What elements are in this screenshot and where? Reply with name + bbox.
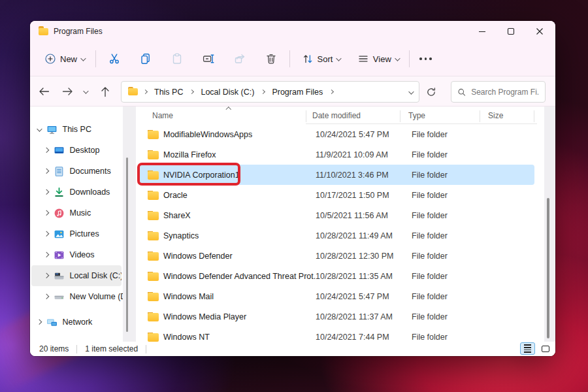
large-icons-view-button[interactable] <box>538 342 553 355</box>
sidebar-item-label: Local Disk (C:) <box>70 271 122 280</box>
column-header-size[interactable]: Size <box>488 111 503 120</box>
view-button[interactable]: View <box>352 47 404 71</box>
column-separator[interactable] <box>400 110 400 122</box>
search-box[interactable]: Search Program Fi... <box>451 81 546 103</box>
breadcrumb-local-disk-c[interactable]: Local Disk (C:) <box>199 86 255 98</box>
close-button[interactable] <box>525 21 554 42</box>
up-arrow-icon <box>101 86 110 97</box>
file-row[interactable]: Windows Defender 10/28/2021 12:30 PM Fil… <box>139 246 534 266</box>
chevron-down-icon <box>84 88 89 93</box>
sidebar-item-network[interactable]: Network <box>30 312 123 333</box>
sidebar-item-documents[interactable]: Documents <box>30 161 123 182</box>
file-row-selected[interactable]: NVIDIA Corporation1 11/10/2021 3:46 PM F… <box>139 165 534 185</box>
file-type: File folder <box>412 211 491 220</box>
column-headers: Name Date modified Type Size <box>136 106 555 124</box>
recent-locations-button[interactable] <box>79 82 92 101</box>
music-icon <box>54 208 65 219</box>
file-name: ModifiableWindowsApps <box>163 130 252 139</box>
back-button[interactable] <box>34 82 54 101</box>
file-list-scrollbar-thumb[interactable] <box>547 198 549 338</box>
search-placeholder: Search Program Fi... <box>471 88 539 97</box>
breadcrumb-separator-icon <box>261 90 265 94</box>
minimize-button[interactable] <box>468 21 497 42</box>
sort-ascending-icon <box>226 107 231 112</box>
file-row[interactable]: ModifiableWindowsApps 10/24/2021 5:47 PM… <box>139 124 534 144</box>
file-row[interactable]: ShareX 10/5/2021 11:56 AM File folder <box>139 205 534 225</box>
paste-icon <box>171 52 184 65</box>
command-toolbar: New <box>30 42 555 76</box>
paste-button[interactable] <box>164 47 190 71</box>
sidebar-item-music[interactable]: Music <box>30 203 123 223</box>
new-button-label: New <box>60 54 77 64</box>
file-date: 10/28/2021 12:30 PM <box>316 252 412 261</box>
cut-button[interactable] <box>101 47 127 71</box>
rename-button[interactable] <box>195 47 221 71</box>
file-row[interactable]: Windows Defender Advanced Threat Prot...… <box>139 266 534 286</box>
file-row[interactable]: Windows NT 10/24/2021 7:44 PM File folde… <box>139 327 534 342</box>
more-options-button[interactable] <box>415 47 436 71</box>
chevron-collapsed-icon <box>37 319 42 325</box>
sidebar-scrollbar-thumb[interactable] <box>126 157 128 332</box>
file-name: Windows Media Player <box>163 312 246 321</box>
sidebar-item-downloads[interactable]: Downloads <box>30 182 123 203</box>
toolbar-divider <box>409 50 410 67</box>
file-row[interactable]: Oracle 10/17/2021 1:50 PM File folder <box>139 185 534 205</box>
sidebar-item-desktop[interactable]: Desktop <box>30 140 123 161</box>
sidebar-item-pictures[interactable]: Pictures <box>30 223 123 244</box>
sidebar-item-label: Music <box>70 208 91 218</box>
videos-icon <box>54 250 65 261</box>
address-bar[interactable]: This PC Local Disk (C:) Program Files <box>121 81 419 103</box>
sidebar-item-this-pc[interactable]: This PC <box>30 119 123 140</box>
breadcrumb-program-files[interactable]: Program Files <box>270 86 324 98</box>
file-row[interactable]: Windows Mail 10/24/2021 5:47 PM File fol… <box>139 286 534 306</box>
column-header-type[interactable]: Type <box>408 111 425 120</box>
share-button[interactable] <box>227 47 253 71</box>
address-dropdown-icon[interactable] <box>408 89 414 94</box>
folder-icon <box>148 252 159 261</box>
delete-button[interactable] <box>258 47 284 71</box>
file-list-pane: Name Date modified Type Size ModifiableW… <box>136 106 555 342</box>
column-separator[interactable] <box>480 110 480 122</box>
copy-button[interactable] <box>133 47 159 71</box>
sidebar-item-label: Documents <box>70 167 111 176</box>
refresh-button[interactable] <box>421 81 442 103</box>
file-name: Oracle <box>163 191 188 200</box>
details-view-button[interactable] <box>520 342 535 355</box>
file-name: Mozilla Firefox <box>163 150 216 159</box>
chevron-collapsed-icon <box>44 294 49 299</box>
column-separator[interactable] <box>534 110 534 122</box>
file-type: File folder <box>412 272 491 281</box>
new-button[interactable]: New <box>39 47 90 71</box>
file-row[interactable]: Windows Media Player 10/28/2021 11:37 AM… <box>139 306 534 327</box>
sidebar-scrollbar-track[interactable] <box>123 106 136 342</box>
sidebar-item-local-disk-c[interactable]: Local Disk (C:) <box>31 265 122 286</box>
toolbar-divider <box>289 50 290 67</box>
file-type: File folder <box>412 333 491 342</box>
sort-button[interactable]: Sort <box>297 47 346 71</box>
sidebar-item-label: Pictures <box>70 229 99 238</box>
up-button[interactable] <box>95 82 115 101</box>
file-type: File folder <box>412 312 491 321</box>
sidebar-item-videos[interactable]: Videos <box>30 244 123 265</box>
refresh-icon <box>426 87 436 97</box>
column-header-name[interactable]: Name <box>152 111 173 120</box>
chevron-collapsed-icon <box>44 189 49 195</box>
breadcrumb-this-pc[interactable]: This PC <box>153 86 184 98</box>
sidebar-item-new-volume-d[interactable]: New Volume (D <box>30 286 123 307</box>
maximize-button[interactable] <box>497 21 525 42</box>
file-list-scrollbar-track[interactable] <box>544 106 555 342</box>
column-separator[interactable] <box>306 110 306 122</box>
column-header-date-modified[interactable]: Date modified <box>312 111 361 120</box>
forward-button[interactable] <box>57 82 77 101</box>
file-row[interactable]: Synaptics 10/28/2021 11:49 AM File folde… <box>139 225 534 246</box>
file-type: File folder <box>412 150 491 159</box>
downloads-icon <box>54 187 65 198</box>
breadcrumb-separator-icon <box>143 90 148 94</box>
file-date: 10/5/2021 11:56 AM <box>316 211 412 220</box>
ellipsis-icon <box>419 57 432 60</box>
toolbar-divider <box>95 50 96 67</box>
file-row[interactable]: Mozilla Firefox 11/9/2021 10:09 AM File … <box>139 144 534 165</box>
sidebar-spacer <box>30 307 123 312</box>
status-bar: 20 items 1 item selected <box>30 342 555 356</box>
plus-circle-icon <box>44 53 56 65</box>
